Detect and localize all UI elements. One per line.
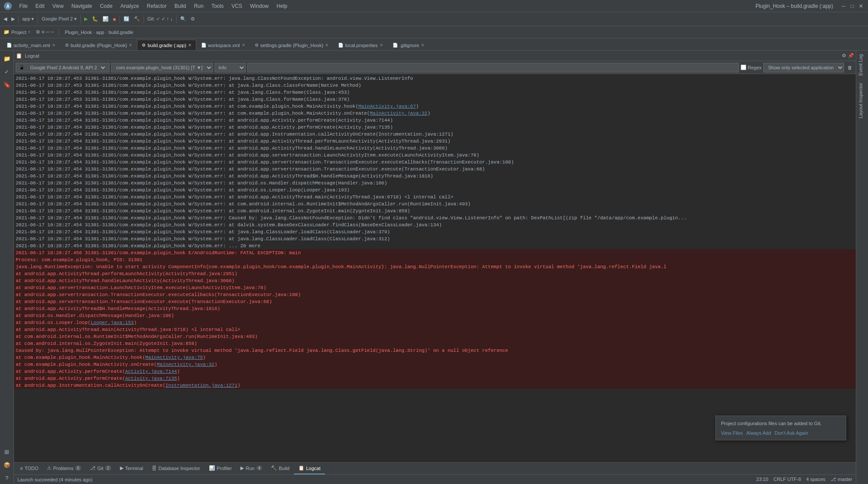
tab-gitignore[interactable]: 📄 .gitignore ✕	[388, 40, 429, 50]
log-level-select[interactable]: Verbose Debug Info Warn Error Assert	[215, 63, 246, 72]
menu-code[interactable]: Code	[96, 2, 116, 10]
log-row: 2021-06-17 10:28:27.454 31301-31301/com.…	[14, 222, 856, 228]
right-panel-event-log[interactable]: Event Log	[856, 51, 868, 79]
stop-button[interactable]: ■	[111, 16, 118, 23]
device-select[interactable]: Google Pixel 2 Android 9, API 2	[27, 63, 106, 72]
breadcrumb-app[interactable]: app	[96, 30, 104, 35]
notification-view-files[interactable]: View Files	[721, 430, 743, 436]
build-label: Build	[279, 466, 289, 471]
menu-window[interactable]: Window	[246, 2, 272, 10]
nav-help[interactable]: ?	[1, 472, 13, 484]
nav-build-variants[interactable]: ⊞	[1, 446, 13, 458]
tab-build-gradle-app-close[interactable]: ✕	[188, 43, 191, 48]
log-text: at android.app.servertransaction.Transac…	[16, 298, 854, 305]
log-link[interactable]: Instrumentation.java:1271	[165, 383, 237, 388]
db-inspector-icon: 🗄	[152, 466, 157, 471]
log-link[interactable]: MainActivity.java:67	[359, 104, 416, 109]
tab-activity-main[interactable]: 📄 activity_main.xml ✕	[2, 40, 60, 50]
tab-settings-gradle[interactable]: ⚙ settings.gradle (Plugin_Hook) ✕	[250, 40, 333, 50]
app-selector[interactable]: com.example.plugin_hook (31301) [T ▼]	[111, 63, 213, 72]
log-link[interactable]: Activity.java:7144	[125, 369, 177, 374]
breadcrumb-project[interactable]: Project	[11, 30, 26, 35]
log-link[interactable]: MainActivity.java:32	[370, 111, 427, 116]
nav-bookmark[interactable]: 🔖	[1, 78, 13, 91]
device-selector-toolbar[interactable]: Google Pixel 2 ▾	[40, 15, 79, 23]
nav-resource-manager[interactable]: 📦	[1, 459, 13, 471]
bottom-tab-run[interactable]: ▶ Run 4	[236, 463, 267, 474]
tab-gitignore-close[interactable]: ✕	[421, 43, 424, 48]
log-text: 2021-06-17 10:28:27.454 31301-31301/com.…	[16, 235, 854, 242]
menu-view[interactable]: View	[49, 2, 67, 10]
bottom-tab-terminal[interactable]: ▶ Terminal	[116, 463, 148, 474]
breadcrumb-file[interactable]: build.gradle	[109, 30, 133, 35]
nav-commit[interactable]: ✓	[1, 65, 13, 78]
right-panel-layout-inspector[interactable]: Layout Inspector	[856, 79, 868, 122]
log-link[interactable]: MainActivity.java:75	[145, 355, 203, 360]
bottom-tab-profiler[interactable]: 📊 Profiler	[205, 463, 236, 474]
tab-build-gradle-app[interactable]: ⚙ build.gradle (:app) ✕	[137, 40, 196, 50]
tab-activity-main-close[interactable]: ✕	[52, 43, 55, 48]
menu-run[interactable]: Run	[191, 2, 207, 10]
gradle-button[interactable]: 🔨	[132, 15, 142, 23]
forward-button[interactable]: ▶	[10, 15, 17, 23]
menu-file[interactable]: File	[16, 2, 31, 10]
back-button[interactable]: ◀	[2, 15, 9, 23]
menu-build[interactable]: Build	[171, 2, 190, 10]
sync-button[interactable]: 🔄	[122, 15, 131, 23]
close-button[interactable]: ✕	[858, 3, 865, 10]
search-everywhere[interactable]: 🔍	[178, 15, 188, 23]
bottom-tab-problems[interactable]: ⚠ Problems 6	[43, 463, 85, 474]
tab-build-gradle-plugin[interactable]: ⚙ build.gradle (Plugin_Hook) ✕	[60, 40, 137, 50]
show-selected-select[interactable]: Show only selected application	[763, 63, 844, 72]
menu-help[interactable]: Help	[273, 2, 291, 10]
tab-settings-gradle-close[interactable]: ✕	[325, 43, 328, 48]
maximize-button[interactable]: □	[849, 3, 856, 10]
log-row: at android.app.Activity.performCreate(Ac…	[14, 368, 856, 375]
bottom-tab-build[interactable]: 🔨 Build	[267, 463, 294, 474]
regex-checkbox-label[interactable]: Regex	[741, 65, 762, 70]
menu-tools[interactable]: Tools	[208, 2, 227, 10]
tab-build-gradle-app-label: build.gradle (:app)	[147, 43, 186, 48]
notification-always-add[interactable]: Always Add	[746, 430, 771, 436]
bottom-tab-git[interactable]: ⎇ Git 2	[85, 463, 116, 474]
tab-build-gradle-plugin-close[interactable]: ✕	[129, 43, 132, 48]
menu-refactor[interactable]: Refactor	[144, 2, 170, 10]
debug-button[interactable]: 🐛	[90, 15, 100, 23]
log-link[interactable]: Looper.java:153	[91, 320, 134, 325]
run-button[interactable]: ▶	[82, 15, 89, 23]
minimize-button[interactable]: ─	[840, 3, 847, 10]
log-content[interactable]: 2021-06-17 10:28:27.453 31301-31301/com.…	[14, 74, 856, 462]
menu-navigate[interactable]: Navigate	[68, 2, 96, 10]
log-row: at android.app.servertransaction.Transac…	[14, 298, 856, 305]
log-link[interactable]: MainActivity.java:32	[157, 362, 214, 367]
device-selector[interactable]: 📱 Google Pixel 2 Android 9, API 2	[16, 63, 109, 72]
menu-edit[interactable]: Edit	[32, 2, 48, 10]
bottom-tab-db-inspector[interactable]: 🗄 Database Inspector	[147, 463, 204, 474]
menu-analyze[interactable]: Analyze	[117, 2, 143, 10]
settings-button[interactable]: ⚙	[189, 15, 197, 23]
bottom-tab-todo[interactable]: ≡ TODO	[16, 463, 43, 474]
todo-icon: ≡	[20, 466, 23, 471]
git-status[interactable]: Git: ✓ ✓ ↑ ↓	[146, 15, 174, 23]
tab-workspace[interactable]: 📄 workspace.xml ✕	[196, 40, 250, 50]
regex-checkbox[interactable]	[741, 65, 746, 70]
log-link[interactable]: Activity.java:7135	[125, 376, 177, 381]
log-text: Caused by: java.lang.NullPointerExceptio…	[16, 347, 854, 354]
run-config-selector[interactable]: app ▾	[21, 15, 36, 23]
tab-local-properties-close[interactable]: ✕	[379, 43, 383, 48]
logcat-settings-icon[interactable]: ⚙	[842, 53, 846, 58]
nav-project[interactable]: 📁	[1, 52, 13, 65]
logcat-pin-icon[interactable]: 📌	[848, 53, 854, 58]
profile-button[interactable]: 📊	[101, 15, 110, 23]
breadcrumb-plugin-hook[interactable]: Plugin_Hook	[65, 30, 92, 35]
logcat-search[interactable]	[247, 63, 739, 72]
toolbar-sep-6	[176, 15, 177, 24]
notification-dont-ask[interactable]: Don't Ask Again	[775, 430, 808, 436]
notification-popup: Project configurations files can be adde…	[715, 416, 846, 440]
tab-settings-gradle-label: settings.gradle (Plugin_Hook)	[260, 43, 323, 48]
menu-vcs[interactable]: VCS	[228, 2, 246, 10]
bottom-tab-logcat[interactable]: 📋 Logcat	[294, 463, 325, 474]
clear-logcat-button[interactable]: 🗑	[846, 64, 854, 71]
tab-local-properties[interactable]: 📄 local.properties ✕	[333, 40, 388, 50]
tab-workspace-close[interactable]: ✕	[242, 43, 245, 48]
